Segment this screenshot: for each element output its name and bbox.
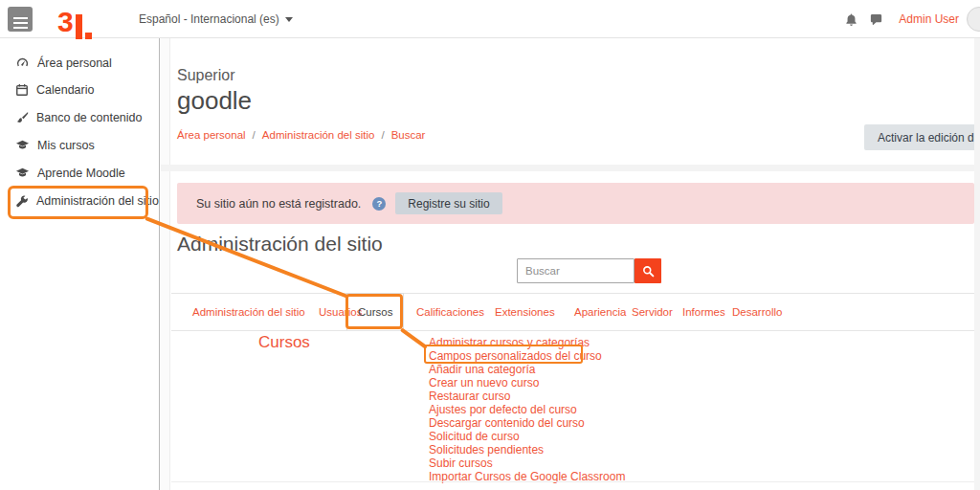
breadcrumb: Área personal / Administración del sitio… xyxy=(177,129,425,141)
tabs-border-bottom xyxy=(171,330,974,331)
dashboard-icon xyxy=(15,56,30,70)
language-label: Español - Internacional (es) xyxy=(139,12,279,26)
tab-apariencia[interactable]: Apariencia xyxy=(574,306,626,318)
moodle-admin-screen: 3 Español - Internacional (es) Admin Use… xyxy=(0,0,980,490)
course-category: Superior xyxy=(177,67,234,84)
category-label-cursos: Cursos xyxy=(258,333,310,352)
tab-desarrollo[interactable]: Desarrollo xyxy=(732,306,782,318)
avatar[interactable] xyxy=(967,7,980,32)
graduation-cap-icon xyxy=(15,138,30,152)
breadcrumb-area-personal[interactable]: Área personal xyxy=(177,129,246,141)
sidebar-item-aprende-moodle[interactable]: Aprende Moodle xyxy=(15,166,125,180)
tab-servidor[interactable]: Servidor xyxy=(632,306,673,318)
tab-cursos[interactable]: Cursos xyxy=(358,306,392,318)
menu-icon[interactable] xyxy=(8,7,33,32)
register-site-button[interactable]: Registre su sitio xyxy=(395,192,501,214)
sidebar-item-banco-de-contenido[interactable]: Banco de contenido xyxy=(15,111,143,124)
section-divider xyxy=(161,165,980,171)
caret-down-icon xyxy=(285,17,293,22)
search-button[interactable] xyxy=(635,258,661,283)
link-solicitudes-pendientes[interactable]: Solicitudes pendientes xyxy=(429,443,625,457)
brush-icon xyxy=(15,111,29,124)
admin-section-heading: Administración del sitio xyxy=(177,233,383,256)
breadcrumb-separator: / xyxy=(381,129,384,141)
tab-usuarios[interactable]: Usuarios xyxy=(319,306,362,318)
sidebar-item-label: Administración del sitio xyxy=(36,194,159,208)
nav-drawer: Área personal Calendario Banco de conten… xyxy=(0,38,160,490)
tab-extensiones[interactable]: Extensiones xyxy=(495,306,555,318)
sidebar-item-administracion-del-sitio[interactable]: Administración del sitio xyxy=(15,194,159,208)
search-icon xyxy=(642,265,655,278)
bell-icon[interactable] xyxy=(839,8,862,31)
graduation-cap-icon xyxy=(15,166,30,180)
link-anadir-categoria[interactable]: Añadir una categoría xyxy=(429,363,625,376)
drawer-gutter xyxy=(161,38,170,490)
alert-message: Su sitio aún no está registrado. xyxy=(196,197,361,211)
page-right-margin xyxy=(974,38,980,490)
sidebar-item-area-personal[interactable]: Área personal xyxy=(15,56,112,70)
logo-dot-glyph xyxy=(85,33,92,39)
wrench-icon xyxy=(15,194,29,208)
link-ajustes-por-defecto[interactable]: Ajustes por defecto del curso xyxy=(429,403,625,416)
sidebar-item-mis-cursos[interactable]: Mis cursos xyxy=(15,138,95,152)
link-administrar-cursos[interactable]: Administrar cursos y categorías xyxy=(429,336,625,349)
breadcrumb-separator: / xyxy=(253,129,256,141)
logo-3-glyph: 3 xyxy=(57,10,74,34)
link-restaurar-curso[interactable]: Restaurar curso xyxy=(429,390,625,403)
user-menu[interactable]: Admin User xyxy=(899,12,959,26)
admin-links-list: Administrar cursos y categorías Campos p… xyxy=(429,336,625,483)
tabs-border-top xyxy=(171,293,974,294)
calendar-icon xyxy=(15,83,29,97)
sidebar-item-label: Banco de contenido xyxy=(36,111,143,124)
search-input[interactable] xyxy=(517,258,635,283)
logo-bar-glyph xyxy=(76,14,82,39)
sidebar-item-label: Calendario xyxy=(36,83,94,97)
link-campos-personalizados[interactable]: Campos personalizados del curso xyxy=(429,349,625,363)
link-crear-nuevo-curso[interactable]: Crear un nuevo curso xyxy=(429,376,625,390)
help-icon[interactable]: ? xyxy=(372,197,386,211)
footer-divider xyxy=(171,481,974,482)
sidebar-item-calendario[interactable]: Calendario xyxy=(15,83,94,97)
link-descargar-contenido[interactable]: Descargar contenido del curso xyxy=(429,416,625,430)
top-navbar: 3 Español - Internacional (es) Admin Use… xyxy=(0,0,980,38)
edit-blocks-button[interactable]: Activar la edición de bloques xyxy=(864,124,980,150)
link-subir-cursos[interactable]: Subir cursos xyxy=(429,457,625,470)
sidebar-item-label: Área personal xyxy=(37,56,112,70)
link-solicitud-de-curso[interactable]: Solicitud de curso xyxy=(429,430,625,443)
language-selector[interactable]: Español - Internacional (es) xyxy=(139,12,293,26)
chat-icon[interactable] xyxy=(864,8,887,31)
site-logo[interactable]: 3 xyxy=(57,6,92,34)
registration-alert: Su sitio aún no está registrado. ? Regis… xyxy=(177,183,974,224)
tab-administracion-del-sitio[interactable]: Administración del sitio xyxy=(192,306,305,318)
breadcrumb-buscar[interactable]: Buscar xyxy=(391,129,426,141)
tab-informes[interactable]: Informes xyxy=(682,306,725,318)
sidebar-item-label: Mis cursos xyxy=(37,139,95,152)
tab-calificaciones[interactable]: Calificaciones xyxy=(416,306,484,318)
breadcrumb-administracion[interactable]: Administración del sitio xyxy=(262,129,375,141)
page-title: goodle xyxy=(177,86,252,116)
sidebar-item-label: Aprende Moodle xyxy=(37,167,125,180)
